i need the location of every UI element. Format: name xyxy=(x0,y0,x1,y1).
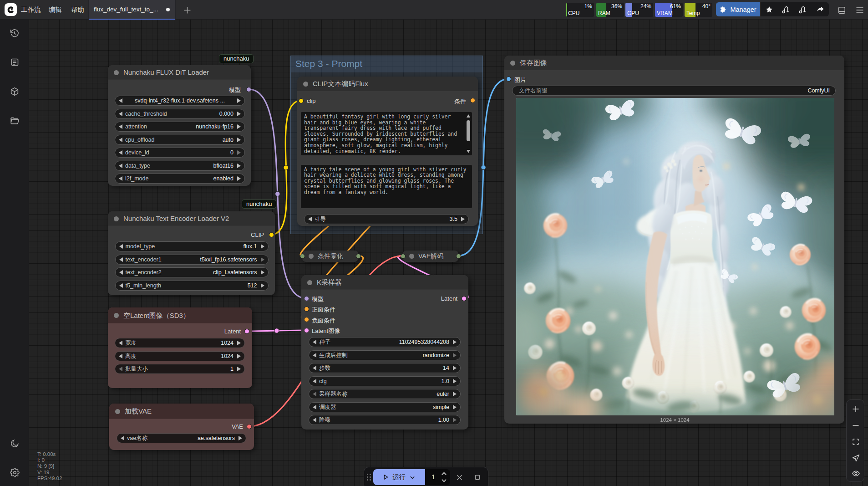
node-collapse-dot[interactable] xyxy=(115,409,120,414)
sidebar-workflows-icon[interactable] xyxy=(5,112,24,130)
widget-i2f-mode[interactable]: i2f_mode enabled xyxy=(115,174,245,184)
port-positive-input[interactable] xyxy=(304,307,309,312)
scroll-down-icon[interactable] xyxy=(467,150,470,153)
prompt-textarea-2[interactable]: A fairy tale scene of a young girl with … xyxy=(301,165,472,208)
preview-image[interactable] xyxy=(516,98,834,415)
clear-queue-icon[interactable] xyxy=(453,471,465,483)
node-header[interactable]: 保存图像 xyxy=(504,56,844,70)
graph-canvas[interactable]: Step 3 - Prompt xyxy=(29,20,868,486)
zoom-in-icon[interactable] xyxy=(847,401,865,417)
menu-workflow[interactable]: 工作流 xyxy=(16,0,46,20)
port-collapsed-output[interactable] xyxy=(356,254,361,259)
toggle-link-visibility-icon[interactable] xyxy=(847,465,865,481)
widget-seed[interactable]: 种子 1102495328044208 xyxy=(309,337,461,347)
port-model-output[interactable] xyxy=(246,87,251,92)
node-dit-loader[interactable]: Nunchaku FLUX DiT Loader 模型 svdq-int4_r3… xyxy=(108,65,251,186)
sidebar-queue-history-icon[interactable] xyxy=(5,24,24,42)
node-header[interactable]: Nunchaku Text Encoder Loader V2 xyxy=(108,211,275,226)
hamburger-menu-icon[interactable] xyxy=(853,4,866,16)
widget-cfg[interactable]: cfg 1.0 xyxy=(309,376,461,386)
port-collapsed-output[interactable] xyxy=(456,254,461,259)
star-icon[interactable] xyxy=(763,4,775,15)
node-collapse-dot[interactable] xyxy=(114,216,119,221)
node-save-image[interactable]: 保存图像 图片 文件名前缀 ComfyUI xyxy=(504,56,844,424)
node-load-vae[interactable]: 加载VAE VAE vae名称 ae.safetensors xyxy=(109,404,254,450)
port-vae-output[interactable] xyxy=(247,424,252,429)
node-header[interactable]: Nunchaku FLUX DiT Loader xyxy=(108,65,251,80)
share-icon[interactable] xyxy=(814,4,826,15)
node-header[interactable]: 加载VAE xyxy=(109,404,254,419)
node-conditioning-zero-out[interactable]: 条件零化 xyxy=(302,251,358,262)
node-header[interactable]: K采样器 xyxy=(301,275,468,290)
widget-width[interactable]: 宽度 1024 xyxy=(115,338,245,348)
widget-device-id[interactable]: device_id 0 xyxy=(115,148,245,158)
stop-icon[interactable] xyxy=(472,471,483,483)
textarea-scrollbar[interactable] xyxy=(465,113,471,154)
node-header[interactable]: CLIP文本编码Flux xyxy=(297,77,478,91)
widget-text-encoder2[interactable]: text_encoder2 clip_l.safetensors xyxy=(115,267,269,277)
widget-model-name[interactable]: svdq-int4_r32-flux.1-dev.safetens ... xyxy=(115,96,245,106)
node-text-encoder[interactable]: Nunchaku Text Encoder Loader V2 CLIP mod… xyxy=(108,211,275,295)
zoom-out-icon[interactable] xyxy=(847,417,865,434)
vacuum-unload-models-icon[interactable] xyxy=(780,4,792,15)
new-tab-button[interactable] xyxy=(180,3,194,17)
widget-cpu-offload[interactable]: cpu_offload auto xyxy=(115,135,245,145)
widget-sampler-name[interactable]: 采样器名称 euler xyxy=(309,389,461,399)
scroll-up-icon[interactable] xyxy=(467,114,470,118)
port-model-input[interactable] xyxy=(304,296,309,301)
drag-handle-icon[interactable] xyxy=(367,474,371,481)
comfyui-logo-icon[interactable] xyxy=(5,3,17,16)
batch-count-stepper[interactable]: 1 xyxy=(425,469,450,485)
port-latent-input[interactable] xyxy=(304,328,309,333)
run-button[interactable]: 运行 xyxy=(373,469,425,485)
port-latent-output[interactable] xyxy=(462,296,467,301)
widget-cache-threshold[interactable]: cache_threshold 0.000 xyxy=(115,109,245,119)
node-header[interactable]: 空Latent图像（SD3） xyxy=(108,307,252,323)
widget-filename-prefix[interactable]: 文件名前缀 ComfyUI xyxy=(512,86,836,96)
widget-guidance[interactable]: 引导 3.5 xyxy=(304,214,469,224)
node-collapse-dot[interactable] xyxy=(309,254,314,259)
node-collapse-dot[interactable] xyxy=(510,61,515,66)
widget-attention[interactable]: attention nunchaku-fp16 xyxy=(115,122,245,132)
theme-toggle-moon-icon[interactable] xyxy=(5,434,24,452)
menu-help[interactable]: 帮助 xyxy=(66,0,89,20)
port-clip-input[interactable] xyxy=(299,98,304,103)
node-collapse-dot[interactable] xyxy=(303,82,308,87)
widget-control-after-generate[interactable]: 生成后控制 randomize xyxy=(309,350,461,360)
sidebar-node-library-icon[interactable] xyxy=(5,53,24,71)
stepper-down-icon[interactable] xyxy=(441,478,447,483)
port-latent-output[interactable] xyxy=(244,329,249,334)
select-mode-icon[interactable] xyxy=(847,450,865,466)
widget-data-type[interactable]: data_type bfloat16 xyxy=(115,161,245,171)
node-empty-latent[interactable]: 空Latent图像（SD3） Latent 宽度 1024 高度 1024 批量… xyxy=(108,307,252,388)
widget-text-encoder1[interactable]: text_encoder1 t5xxl_fp16.safetensors xyxy=(115,255,269,265)
widget-steps[interactable]: 步数 14 xyxy=(309,363,461,373)
port-image-input[interactable] xyxy=(506,77,511,82)
menu-edit[interactable]: 编辑 xyxy=(44,0,66,20)
node-ksampler[interactable]: K采样器 模型 正面条件 负面条件 Latent图像 Latent 种子 110… xyxy=(301,275,468,430)
wire-latent[interactable] xyxy=(247,330,307,331)
widget-batch-size[interactable]: 批量大小 1 xyxy=(115,364,245,374)
port-collapsed-input[interactable] xyxy=(401,254,406,259)
node-collapse-dot[interactable] xyxy=(114,313,119,318)
port-collapsed-input[interactable] xyxy=(300,254,305,259)
widget-scheduler[interactable]: 调度器 simple xyxy=(309,402,461,412)
manager-button[interactable]: Manager xyxy=(716,2,760,16)
sidebar-model-library-icon[interactable] xyxy=(5,82,24,101)
port-negative-input[interactable] xyxy=(304,317,309,322)
prompt-textarea-1[interactable]: A beautiful fantasy girl with long curly… xyxy=(301,112,472,155)
node-collapse-dot[interactable] xyxy=(307,280,312,285)
node-clip-encode[interactable]: CLIP文本编码Flux clip 条件 A beautiful fantasy… xyxy=(297,77,478,226)
node-vae-decode[interactable]: VAE解码 xyxy=(403,251,458,262)
vacuum-free-memory-icon[interactable] xyxy=(797,4,809,15)
widget-t5-min-length[interactable]: t5_min_length 512 xyxy=(115,281,269,291)
port-cond-output[interactable] xyxy=(470,98,475,103)
widget-model-type[interactable]: model_type flux.1 xyxy=(115,241,269,251)
bottom-panel-toggle-icon[interactable] xyxy=(835,4,848,16)
widget-denoise[interactable]: 降噪 1.00 xyxy=(309,415,461,425)
scroll-thumb[interactable] xyxy=(467,120,470,141)
workflow-tab[interactable]: flux_dev_full_text_to_... xyxy=(88,0,176,20)
port-clip-output[interactable] xyxy=(269,232,274,237)
widget-height[interactable]: 高度 1024 xyxy=(115,351,245,361)
settings-gear-icon[interactable] xyxy=(5,463,24,481)
